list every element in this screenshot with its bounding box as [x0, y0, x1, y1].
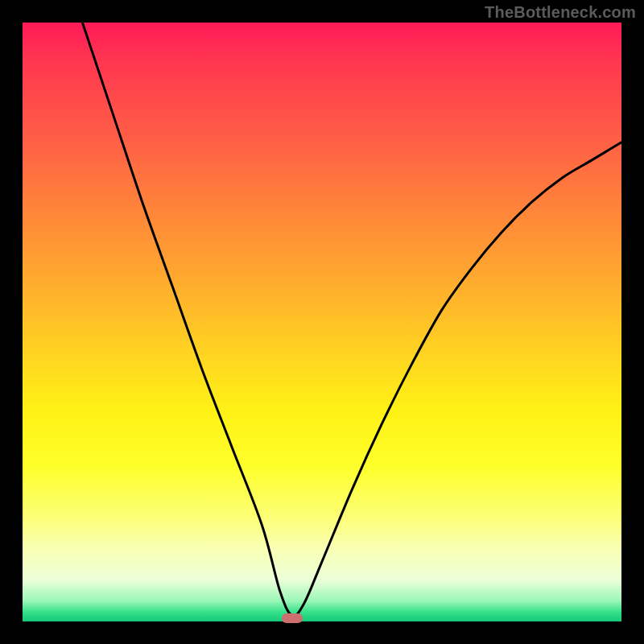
- watermark-text: TheBottleneck.com: [485, 3, 636, 22]
- bottleneck-curve: [23, 23, 621, 621]
- chart-plot-area: [23, 23, 621, 621]
- optimal-marker: [282, 613, 303, 623]
